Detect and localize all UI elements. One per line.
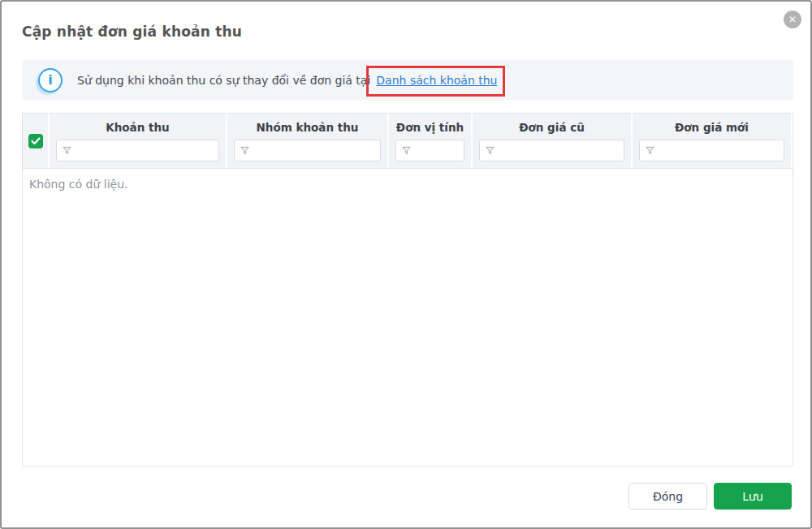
column-don-vi-tinh: Đơn vị tính [389, 114, 473, 168]
column-header-label: Nhóm khoản thu [227, 114, 387, 134]
banner-message: Sử dụng khi khoản thu có sự thay đổi về … [77, 74, 370, 87]
filter-input-don-gia-moi[interactable] [639, 140, 784, 161]
dialog-title: Cập nhật đơn giá khoản thu [22, 24, 242, 40]
filter-box [56, 140, 219, 161]
save-button[interactable]: Lưu [714, 483, 792, 510]
info-icon: i [38, 68, 63, 92]
info-banner: i Sử dụng khi khoản thu có sự thay đổi v… [22, 60, 793, 100]
column-nhom-khoan-thu: Nhóm khoản thu [227, 114, 389, 168]
column-don-gia-moi: Đơn giá mới [633, 114, 791, 168]
filter-input-nhom-khoan-thu[interactable] [234, 140, 381, 161]
red-highlight-box: Danh sách khoản thu [366, 66, 505, 97]
column-don-gia-cu: Đơn giá cũ [473, 114, 633, 168]
table-header: Khoản thu Nhóm khoản thu Đơn vị tính [23, 114, 793, 169]
filter-box [234, 140, 381, 161]
select-all-cell [23, 114, 50, 168]
filter-input-khoan-thu[interactable] [56, 140, 219, 161]
check-icon [31, 137, 41, 145]
filter-input-don-gia-cu[interactable] [479, 140, 624, 161]
filter-box [479, 140, 624, 161]
select-all-checkbox[interactable] [28, 134, 43, 148]
update-unit-price-dialog: Cập nhật đơn giá khoản thu ✕ i Sử dụng k… [0, 0, 812, 529]
table-body: Không có dữ liệu. [23, 169, 793, 466]
empty-state-text: Không có dữ liệu. [23, 169, 793, 191]
column-khoan-thu: Khoản thu [50, 114, 227, 168]
column-header-label: Đơn giá cũ [473, 114, 631, 134]
column-header-label: Khoản thu [50, 114, 226, 134]
close-icon[interactable]: ✕ [784, 11, 801, 28]
filter-box [639, 140, 784, 161]
banner-text: Sử dụng khi khoản thu có sự thay đổi về … [77, 74, 505, 87]
column-header-label: Đơn vị tính [389, 114, 471, 134]
revenue-items-table: Khoản thu Nhóm khoản thu Đơn vị tính [22, 113, 793, 467]
close-button[interactable]: Đóng [628, 483, 707, 510]
filter-input-don-vi-tinh[interactable] [395, 140, 464, 161]
column-header-label: Đơn giá mới [633, 114, 791, 134]
revenue-list-link[interactable]: Danh sách khoản thu [376, 74, 497, 87]
dialog-footer: Đóng Lưu [628, 483, 792, 510]
filter-box [395, 140, 464, 161]
